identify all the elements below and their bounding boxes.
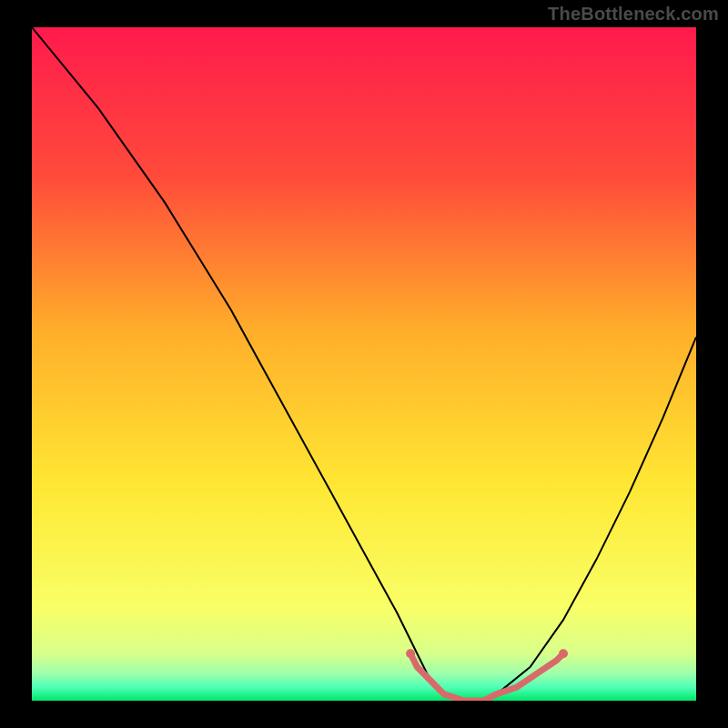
chart-svg: [32, 27, 696, 701]
gradient-background: [32, 27, 696, 701]
chart-frame: TheBottleneck.com: [0, 0, 728, 728]
watermark-text: TheBottleneck.com: [548, 4, 719, 25]
min-band-left-dot: [406, 649, 415, 658]
min-band-right-dot: [559, 649, 568, 658]
plot-area: [32, 27, 696, 701]
